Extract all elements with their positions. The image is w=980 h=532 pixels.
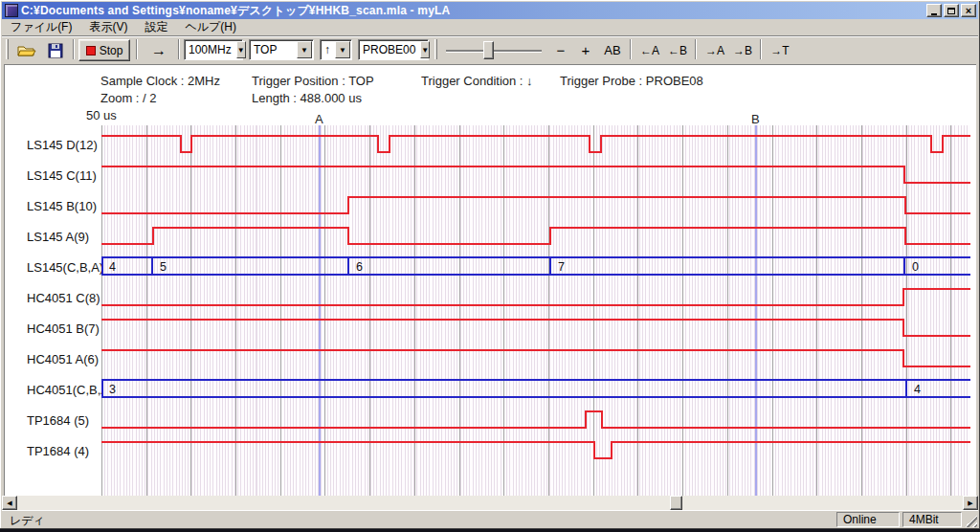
waveform-trace [101,411,970,428]
goto-marker-b-left-button[interactable]: ←B [664,39,691,61]
waveform-trace [101,166,970,183]
toolbar-separator [178,39,180,59]
waveform-trace [101,320,970,336]
trigger-edge-value: ↑ [321,43,334,56]
bus-value: 4 [109,260,116,274]
trigger-edge-select[interactable]: ↑ ▼ [320,39,352,60]
maximize-icon [947,8,955,14]
toolbar: Stop → 100MHz ▼ TOP ▼ ↑ ▼ PROBE00 ▼ − + … [2,37,978,63]
menu-bar: ファイル(F) 表示(V) 設定 ヘルプ(H) [2,19,978,36]
info-trigger-position: Trigger Position : TOP [252,74,374,88]
horizontal-scrollbar[interactable]: ◀ ▶ [2,496,978,510]
info-sample-clock: Sample Clock : 2MHz [100,74,220,88]
stop-button[interactable]: Stop [78,39,130,61]
stop-label: Stop [100,44,123,57]
chevron-down-icon[interactable]: ▼ [297,41,312,58]
minimize-icon [931,13,937,15]
bus-value: 0 [912,260,919,274]
bus-value: 5 [160,260,167,274]
trigger-probe-value: PROBE00 [359,43,419,56]
chevron-down-icon[interactable]: ▼ [420,41,430,58]
scrollbar-thumb[interactable] [670,496,682,510]
scroll-left-button[interactable]: ◀ [2,496,17,510]
bus-value: 4 [914,383,921,396]
resize-grip[interactable] [965,515,977,527]
toolbar-separator [760,39,762,59]
info-zoom: Zoom : / 2 [100,91,157,105]
toolbar-separator [695,39,697,59]
info-trigger-probe: Trigger Probe : PROBE08 [560,74,703,88]
maximize-button[interactable] [944,4,959,17]
scroll-right-button[interactable]: ▶ [963,496,978,510]
status-ready-text: レディ [10,513,45,529]
zoom-in-button[interactable]: + [574,39,597,61]
marker-label-b[interactable]: B [751,112,760,126]
bus-value: 7 [558,260,565,274]
app-icon [5,4,18,17]
ab-range-button[interactable]: AB [599,39,626,61]
goto-marker-b-right-button[interactable]: →B [729,39,756,61]
info-length: Length : 488.000 us [252,91,362,105]
slider-track [446,50,542,52]
trigger-position-value: TOP [250,43,296,56]
chevron-down-icon[interactable]: ▼ [236,41,246,58]
toolbar-separator [136,39,138,59]
status-memory-badge: 4MBit [902,512,962,527]
close-button[interactable]: × [961,4,976,17]
menu-help[interactable]: ヘルプ(H) [176,18,245,36]
status-online-badge: Online [836,512,900,527]
zoom-slider[interactable] [446,39,542,61]
info-trigger-condition: Trigger Condition : ↓ [421,74,533,88]
save-file-button[interactable] [42,39,69,61]
goto-trigger-button[interactable]: →T [767,39,793,61]
trigger-probe-select[interactable]: PROBE00 ▼ [358,39,429,60]
toolbar-gripper[interactable] [434,39,437,59]
channel-label: HC4051 C(8) [27,291,100,306]
menu-settings[interactable]: 設定 [136,18,176,36]
zoom-out-button[interactable]: − [549,39,572,61]
waveform-trace [101,350,970,366]
minimize-button[interactable] [926,4,942,17]
goto-marker-a-right-button[interactable]: →A [702,39,728,61]
slider-thumb[interactable] [483,41,494,59]
goto-marker-a-left-button[interactable]: ←A [636,39,663,61]
stop-icon [86,46,96,55]
waveform-canvas[interactable]: 4567034 [101,125,970,496]
window-title: C:¥Documents and Settings¥noname¥デスクトップ¥… [21,3,926,19]
channel-label: HC4051 A(6) [27,352,99,367]
chevron-down-icon[interactable]: ▼ [335,41,350,58]
sample-clock-value: 100MHz [185,43,235,56]
channel-label: HC4051(C,B,A) [27,383,113,398]
waveform-trace [101,136,970,152]
menu-file[interactable]: ファイル(F) [2,18,80,36]
sample-clock-select[interactable]: 100MHz ▼ [184,39,243,60]
channel-label: LS145 C(11) [27,168,97,184]
window-controls: × [926,4,976,17]
marker-label-a[interactable]: A [315,112,323,126]
bus-value: 3 [109,383,116,396]
channel-label: LS145 A(9) [27,230,89,245]
trigger-position-select[interactable]: TOP ▼ [249,39,314,60]
toolbar-gripper[interactable] [6,39,9,59]
open-file-button[interactable] [13,39,40,61]
floppy-disk-icon [48,43,63,58]
waveform-trace [101,442,970,458]
menu-view[interactable]: 表示(V) [80,18,136,36]
run-button[interactable]: → [144,39,174,61]
toolbar-separator [630,39,632,59]
waveform-grid[interactable]: 4567034 [101,125,970,496]
waveform-trace [101,197,970,213]
waveform-trace [101,289,970,305]
channel-label: TP1684 (5) [27,413,89,429]
title-bar[interactable]: C:¥Documents and Settings¥noname¥デスクトップ¥… [2,2,978,19]
status-bar: レディ Online 4MBit [2,510,978,528]
bus-trace [101,380,970,397]
waveform-trace [101,228,970,244]
channel-label: LS145 D(12) [27,138,98,153]
window-bottom-edge [0,528,980,532]
time-scale-label: 50 us [86,108,117,122]
bus-trace [101,257,970,275]
channel-label: LS145(C,B,A) [27,260,103,276]
channel-label: LS145 B(10) [27,199,97,214]
app-window: C:¥Documents and Settings¥noname¥デスクトップ¥… [0,0,980,532]
